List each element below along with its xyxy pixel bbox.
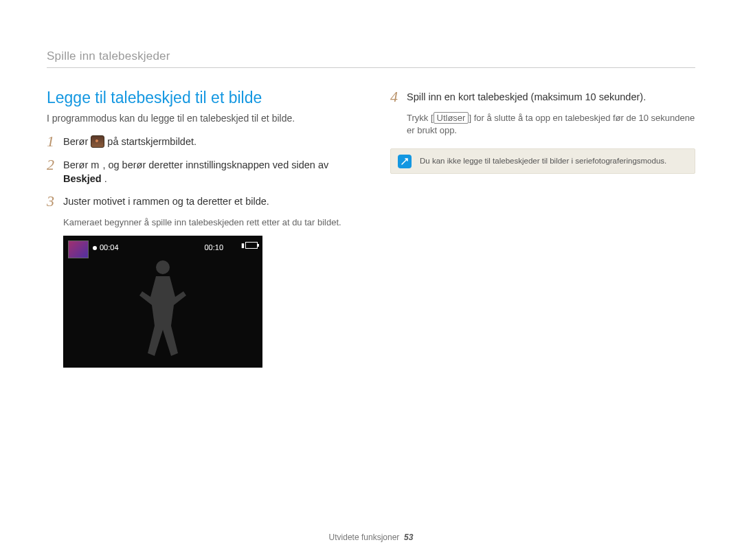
camera-screenshot: 00:04 00:10 ▮ bbox=[63, 236, 262, 368]
battery-icon bbox=[245, 242, 258, 249]
step-3-sub: Kameraet begynner å spille inn talebeskj… bbox=[47, 216, 352, 229]
step-1-text-a: Berør bbox=[63, 136, 91, 147]
note-box: Du kan ikke legge til talebeskjeder til … bbox=[390, 148, 695, 174]
menu-icon-label: m bbox=[91, 159, 100, 170]
footer-label: Utvidete funksjoner bbox=[329, 533, 400, 542]
breadcrumb: Spille inn talebeskjeder bbox=[47, 49, 695, 68]
home-mode-icon bbox=[91, 135, 104, 148]
left-column: Legge til talebeskjed til et bilde I pro… bbox=[47, 89, 352, 368]
step-4-sub: Trykk [Utløser] for å slutte å ta opp en… bbox=[390, 112, 695, 136]
two-column-layout: Legge til talebeskjed til et bilde I pro… bbox=[47, 89, 695, 368]
step-2-bold: Beskjed bbox=[63, 173, 102, 184]
step-2-text-c: . bbox=[104, 173, 107, 184]
step-2: 2 Berør m , og berør deretter innstillin… bbox=[47, 157, 352, 186]
step-1-text-b: på startskjermbildet. bbox=[107, 136, 196, 147]
page-footer: Utvidete funksjoner 53 bbox=[0, 533, 742, 542]
step-3: 3 Juster motivet i rammen og ta deretter… bbox=[47, 193, 352, 210]
total-time: 00:10 bbox=[204, 243, 223, 251]
step-4-text: Spill inn en kort talebeskjed (maksimum … bbox=[407, 89, 695, 104]
recording-time: 00:04 bbox=[100, 243, 119, 251]
step-number: 4 bbox=[390, 89, 407, 105]
note-text: Du kan ikke legge til talebeskjeder til … bbox=[420, 157, 666, 165]
step-2-text-a: Berør bbox=[63, 159, 91, 170]
info-icon bbox=[398, 155, 412, 168]
record-dot-icon bbox=[93, 246, 97, 250]
step-number: 2 bbox=[47, 157, 63, 173]
person-silhouette-icon bbox=[135, 257, 190, 363]
step-4-sub-a: Trykk [ bbox=[407, 113, 434, 123]
section-title: Legge til talebeskjed til et bilde bbox=[47, 89, 352, 107]
step-number: 1 bbox=[47, 133, 63, 150]
step-number: 3 bbox=[47, 193, 63, 210]
storage-icon: ▮ bbox=[241, 242, 244, 249]
step-1: 1 Berør på startskjermbildet. bbox=[47, 133, 352, 150]
step-3-text: Juster motivet i rammen og ta deretter e… bbox=[63, 193, 352, 208]
page-number: 53 bbox=[404, 533, 413, 542]
thumbnail-icon bbox=[68, 240, 89, 258]
step-2-text-b: , og berør deretter innstillingsknappen … bbox=[102, 159, 328, 170]
step-4: 4 Spill inn en kort talebeskjed (maksimu… bbox=[390, 89, 695, 105]
shutter-button-label: Utløser bbox=[434, 112, 469, 124]
intro-text: I programmodus kan du legge til en taleb… bbox=[47, 113, 352, 124]
right-column: 4 Spill inn en kort talebeskjed (maksimu… bbox=[390, 89, 695, 368]
